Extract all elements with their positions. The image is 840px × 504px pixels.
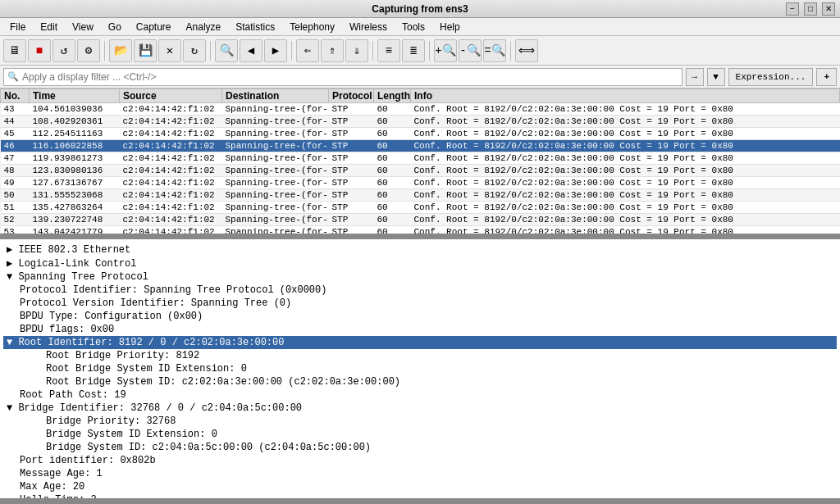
menu-item-help[interactable]: Help <box>433 20 467 34</box>
col-header-info: Info <box>411 89 840 103</box>
detail-item-stp-root-id[interactable]: ▼ Root Identifier: 8192 / 0 / c2:02:0a:3… <box>3 336 837 349</box>
detail-item-stp-bpdu-type[interactable]: BPDU Type: Configuration (0x00) <box>3 310 837 323</box>
save-button[interactable]: 💾 <box>134 39 157 62</box>
stop-capture-button[interactable]: ■ <box>28 39 51 62</box>
menu-item-statistics[interactable]: Statistics <box>229 20 281 34</box>
filter-input-wrap: 🔍 <box>3 68 682 86</box>
detail-item-stp-bridge-prio[interactable]: Bridge Priority: 32768 <box>3 415 837 428</box>
menu-item-file[interactable]: File <box>3 20 32 34</box>
minimize-button[interactable]: − <box>786 2 799 16</box>
detail-item-stp-port-id[interactable]: Port identifier: 0x802b <box>3 454 837 467</box>
detail-item-stp-msg-age[interactable]: Message Age: 1 <box>3 467 837 480</box>
resize-col-button[interactable]: ⟺ <box>515 39 538 62</box>
cell-info: Conf. Root = 8192/0/c2:02:0a:3e:00:00 Co… <box>411 103 840 116</box>
detail-item-stp-bridge-id[interactable]: ▼ Bridge Identifier: 32768 / 0 / c2:04:0… <box>3 402 837 415</box>
detail-item-stp-root-cost[interactable]: Root Path Cost: 19 <box>3 388 837 402</box>
scroll-down-button[interactable]: ⇓ <box>345 39 368 62</box>
cell-info: Conf. Root = 8192/0/c2:02:0a:3e:00:00 Co… <box>411 152 840 165</box>
detail-item-stp-bridge-sysid[interactable]: Bridge System ID: c2:04:0a:5c:00:00 (c2:… <box>3 441 837 454</box>
cell-no: 44 <box>1 116 30 128</box>
cell-src: c2:04:14:42:f1:02 <box>120 202 222 214</box>
table-row[interactable]: 50131.555523068c2:04:14:42:f1:02Spanning… <box>1 189 840 202</box>
menu-item-tools[interactable]: Tools <box>395 20 431 34</box>
table-row[interactable]: 51135.427863264c2:04:14:42:f1:02Spanning… <box>1 202 840 214</box>
zoom-out-button[interactable]: -🔍 <box>459 39 482 62</box>
cell-len: 60 <box>374 152 411 165</box>
cell-time: 135.427863264 <box>30 202 120 214</box>
detail-item-stp-pvi[interactable]: Protocol Version Identifier: Spanning Tr… <box>3 297 837 310</box>
table-row[interactable]: 44108.402920361c2:04:14:42:f1:02Spanning… <box>1 116 840 128</box>
filter-icon: 🔍 <box>7 71 19 82</box>
cell-src: c2:04:14:42:f1:02 <box>120 165 222 177</box>
colorize-button[interactable]: ≡ <box>377 39 400 62</box>
cell-time: 119.939861273 <box>30 152 120 165</box>
menu-item-analyze[interactable]: Analyze <box>180 20 228 34</box>
zoom-reset-button[interactable]: =🔍 <box>483 39 506 62</box>
reload-button[interactable]: ↻ <box>183 39 206 62</box>
packet-list[interactable]: No. Time Source Destination Protocol Len… <box>0 89 840 236</box>
detail-item-stp-bpdu-flags[interactable]: BPDU flags: 0x00 <box>3 323 837 336</box>
cell-proto: STP <box>329 116 374 128</box>
close-button[interactable]: ✕ <box>822 2 835 16</box>
resize-handle-2[interactable] <box>0 501 840 504</box>
col-header-protocol: Protocol <box>329 89 374 103</box>
detail-item-stp[interactable]: ▼ Spanning Tree Protocol <box>3 270 837 284</box>
cell-dst: Spanning-tree-(for-... <box>222 103 329 116</box>
detail-item-stp-bridge-ext[interactable]: Bridge System ID Extension: 0 <box>3 428 837 441</box>
cell-info: Conf. Root = 8192/0/c2:02:0a:3e:00:00 Co… <box>411 202 840 214</box>
detail-item-stp-root-prio[interactable]: Root Bridge Priority: 8192 <box>3 349 837 362</box>
table-row[interactable]: 52139.230722748c2:04:14:42:f1:02Spanning… <box>1 214 840 226</box>
cell-proto: STP <box>329 140 374 152</box>
interface-icon[interactable]: 🖥 <box>3 39 26 62</box>
menu-item-wireless[interactable]: Wireless <box>343 20 394 34</box>
cell-no: 47 <box>1 152 30 165</box>
table-row[interactable]: 45112.254511163c2:04:14:42:f1:02Spanning… <box>1 128 840 140</box>
prev-result-button[interactable]: ⇐ <box>296 39 319 62</box>
menu-item-view[interactable]: View <box>66 20 100 34</box>
table-row[interactable]: 43104.561039036c2:04:14:42:f1:02Spanning… <box>1 103 840 116</box>
detail-item-llc[interactable]: ▶ Logical-Link Control <box>3 257 837 270</box>
menu-item-telephony[interactable]: Telephony <box>283 20 341 34</box>
menu-item-edit[interactable]: Edit <box>34 20 64 34</box>
next-button[interactable]: ▶ <box>264 39 287 62</box>
table-row[interactable]: 49127.673136767c2:04:14:42:f1:02Spanning… <box>1 177 840 189</box>
zoom-in-button[interactable]: +🔍 <box>434 39 457 62</box>
toolbar-separator <box>372 41 373 61</box>
cell-proto: STP <box>329 177 374 189</box>
find-button[interactable]: 🔍 <box>215 39 238 62</box>
options-button[interactable]: ⚙ <box>77 39 100 62</box>
add-filter-button[interactable]: + <box>816 68 837 86</box>
cell-proto: STP <box>329 103 374 116</box>
close-capture-button[interactable]: ✕ <box>158 39 181 62</box>
table-row[interactable]: 46116.106022858c2:04:14:42:f1:02Spanning… <box>1 140 840 152</box>
cell-dst: Spanning-tree-(for-... <box>222 116 329 128</box>
menu-item-go[interactable]: Go <box>102 20 128 34</box>
packet-table: No. Time Source Destination Protocol Len… <box>0 89 840 236</box>
toolbar-separator <box>291 41 292 61</box>
packet-detail[interactable]: ▶ IEEE 802.3 Ethernet▶ Logical-Link Cont… <box>0 239 840 501</box>
menu-item-capture[interactable]: Capture <box>130 20 178 34</box>
table-row[interactable]: 47119.939861273c2:04:14:42:f1:02Spanning… <box>1 152 840 165</box>
prev-button[interactable]: ◀ <box>240 39 262 62</box>
detail-item-stp-root-sysid[interactable]: Root Bridge System ID: c2:02:0a:3e:00:00… <box>3 375 837 388</box>
view-button[interactable]: ≣ <box>402 39 425 62</box>
detail-item-stp-root-ext[interactable]: Root Bridge System ID Extension: 0 <box>3 362 837 375</box>
cell-time: 123.830980136 <box>30 165 120 177</box>
expression-button[interactable]: Expression... <box>728 68 814 86</box>
main-content: No. Time Source Destination Protocol Len… <box>0 89 840 504</box>
restart-button[interactable]: ↺ <box>52 39 75 62</box>
maximize-button[interactable]: □ <box>804 2 817 16</box>
detail-item-stp-pid[interactable]: Protocol Identifier: Spanning Tree Proto… <box>3 284 837 297</box>
detail-item-stp-hello-time[interactable]: Hello Time: 2 <box>3 493 837 501</box>
filter-arrow-button[interactable]: → <box>686 68 704 86</box>
scroll-up-button[interactable]: ⇑ <box>321 39 344 62</box>
filter-input[interactable] <box>22 71 678 83</box>
filter-dropdown-button[interactable]: ▼ <box>707 68 725 86</box>
detail-item-stp-max-age[interactable]: Max Age: 20 <box>3 480 837 493</box>
filter-bar: 🔍 → ▼ Expression... + <box>0 66 840 89</box>
table-row[interactable]: 53143.042421779c2:04:14:42:f1:02Spanning… <box>1 226 840 237</box>
detail-item-ieee8023[interactable]: ▶ IEEE 802.3 Ethernet <box>3 243 837 257</box>
open-button[interactable]: 📂 <box>109 39 132 62</box>
cell-no: 52 <box>1 214 30 226</box>
table-row[interactable]: 48123.830980136c2:04:14:42:f1:02Spanning… <box>1 165 840 177</box>
